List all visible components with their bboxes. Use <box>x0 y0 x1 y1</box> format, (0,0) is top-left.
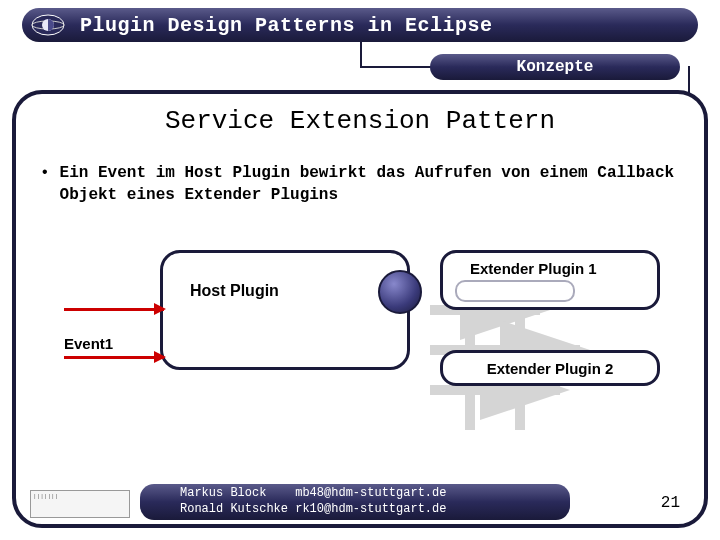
footer-line-2: Ronald Kutschke rk10@hdm-stuttgart.de <box>180 502 570 518</box>
diagram-area: Host Plugin Extender Plugin 1 Extender P… <box>30 240 690 460</box>
slide-title: Service Extension Pattern <box>0 106 720 136</box>
subheader-pill: Konzepte <box>430 54 680 80</box>
bullet-section: • Ein Event im Host Plugin bewirkt das A… <box>40 162 680 207</box>
bullet-dot-icon: • <box>40 164 50 182</box>
university-logo-icon: ||||||| <box>30 490 130 518</box>
extender-plugin-2-label: Extender Plugin 2 <box>487 360 614 377</box>
connector-line <box>360 38 362 66</box>
host-plugin-box <box>160 250 410 370</box>
header-title: Plugin Design Patterns in Eclipse <box>80 14 493 37</box>
bullet-text: Ein Event im Host Plugin bewirkt das Auf… <box>60 162 680 207</box>
eclipse-logo-icon <box>26 11 70 39</box>
header-bar: Plugin Design Patterns in Eclipse <box>22 8 698 42</box>
extender-plugin-1-label: Extender Plugin 1 <box>470 260 597 277</box>
event-arrow-icon <box>64 308 164 311</box>
extender-plugin-2-box: Extender Plugin 2 <box>440 350 660 386</box>
event-label: Event1 <box>64 335 113 352</box>
footer-line-1: Markus Block mb48@hdm-stuttgart.de <box>180 486 570 502</box>
extender-plugin-1-inner <box>455 280 575 302</box>
subheader-label: Konzepte <box>517 58 594 76</box>
host-plugin-label: Host Plugin <box>190 282 279 300</box>
extension-point-icon <box>378 270 422 314</box>
footer-bar: Markus Block mb48@hdm-stuttgart.de Ronal… <box>140 484 570 520</box>
bullet-item: • Ein Event im Host Plugin bewirkt das A… <box>40 162 680 207</box>
page-number: 21 <box>661 494 680 512</box>
event-arrow-icon <box>64 356 164 359</box>
